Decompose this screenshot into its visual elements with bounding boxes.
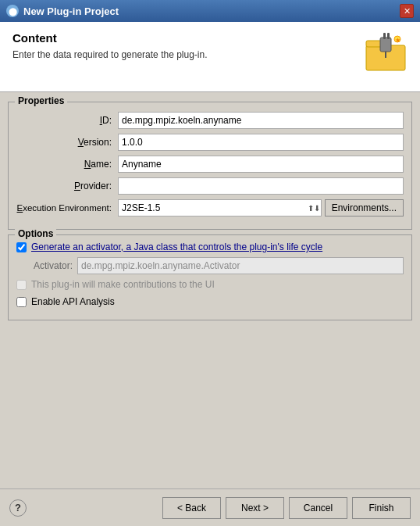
version-input[interactable] xyxy=(118,134,404,151)
api-analysis-row: Enable API Analysis xyxy=(16,295,404,309)
version-label: Version: xyxy=(16,137,118,148)
activator-label: Activator: xyxy=(34,260,73,271)
provider-input[interactable] xyxy=(118,177,404,195)
properties-legend: Properties xyxy=(15,95,67,106)
app-icon: ⬤ xyxy=(6,5,19,17)
svg-rect-3 xyxy=(383,33,386,39)
title-bar: ⬤ New Plug-in Project ✕ xyxy=(0,0,420,22)
id-input[interactable] xyxy=(118,112,404,129)
cancel-button[interactable]: Cancel xyxy=(289,497,347,519)
version-row: Version: xyxy=(16,134,404,151)
execution-env-select[interactable]: J2SE-1.5 J2SE-1.4 J2SE-1.3 JavaSE-1.6 xyxy=(118,199,322,216)
header-section: Content Enter the data required to gener… xyxy=(0,22,420,92)
title-bar-left: ⬤ New Plug-in Project xyxy=(6,5,119,17)
execution-env-row: Execution Environment: J2SE-1.5 J2SE-1.4… xyxy=(16,199,404,216)
id-label: ID: xyxy=(16,115,118,126)
name-row: Name: xyxy=(16,156,404,173)
close-button[interactable]: ✕ xyxy=(400,4,414,18)
next-button[interactable]: Next > xyxy=(226,497,284,519)
execution-env-select-wrapper: J2SE-1.5 J2SE-1.4 J2SE-1.3 JavaSE-1.6 ⬆⬇ xyxy=(118,199,322,216)
bottom-bar: ? < Back Next > Cancel Finish xyxy=(0,488,420,526)
activator-input[interactable] xyxy=(77,257,404,274)
activator-row: Activator: xyxy=(34,257,404,274)
environments-button[interactable]: Environments... xyxy=(325,199,404,216)
header-title: Content xyxy=(12,31,357,45)
options-legend: Options xyxy=(15,228,56,239)
help-button[interactable]: ? xyxy=(9,499,27,517)
ui-contrib-label: This plug-in will make contributions to … xyxy=(31,279,215,290)
bottom-buttons: < Back Next > Cancel Finish xyxy=(162,497,411,519)
dialog-title: New Plug-in Project xyxy=(23,5,119,17)
name-label: Name: xyxy=(16,159,118,170)
svg-rect-2 xyxy=(380,38,391,52)
execution-env-label: Execution Environment: xyxy=(16,203,118,213)
finish-button[interactable]: Finish xyxy=(352,497,411,519)
api-analysis-checkbox[interactable] xyxy=(16,297,27,307)
generate-activator-row: Generate an activator, a Java class that… xyxy=(16,240,404,254)
dialog-body: Content Enter the data required to gener… xyxy=(0,22,420,526)
spacer xyxy=(0,325,420,488)
options-group: Options Generate an activator, a Java cl… xyxy=(8,234,412,320)
id-row: ID: xyxy=(16,112,404,129)
api-analysis-label: Enable API Analysis xyxy=(31,296,115,307)
provider-row: Provider: xyxy=(16,177,404,195)
ui-contrib-checkbox[interactable] xyxy=(16,280,27,290)
svg-text:★: ★ xyxy=(395,37,400,44)
plugin-icon: ★ xyxy=(365,31,408,74)
back-button[interactable]: < Back xyxy=(162,497,221,519)
generate-activator-label: Generate an activator, a Java class that… xyxy=(31,242,322,252)
generate-activator-checkbox[interactable] xyxy=(16,242,27,252)
properties-group: Properties ID: Version: Name: Provider: … xyxy=(8,102,412,230)
ui-contrib-row: This plug-in will make contributions to … xyxy=(16,277,404,292)
svg-rect-4 xyxy=(387,33,390,39)
provider-label: Provider: xyxy=(16,181,118,191)
header-text: Content Enter the data required to gener… xyxy=(12,31,357,60)
execution-env-controls: J2SE-1.5 J2SE-1.4 J2SE-1.3 JavaSE-1.6 ⬆⬇… xyxy=(118,199,404,216)
name-input[interactable] xyxy=(118,156,404,173)
header-subtitle: Enter the data required to generate the … xyxy=(12,49,357,60)
